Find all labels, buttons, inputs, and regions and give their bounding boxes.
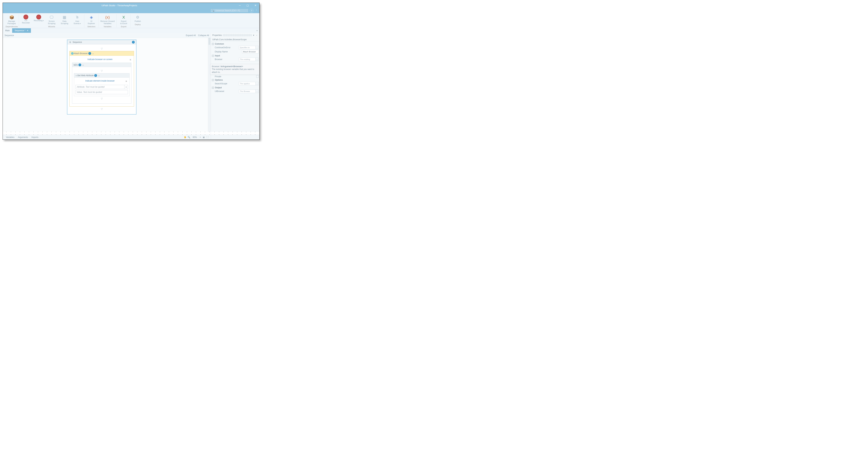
fit-to-screen-button[interactable]: ▣ xyxy=(202,136,206,138)
property-tooltip: Browser: InArgument<Browser> The existin… xyxy=(210,64,259,75)
vertical-scrollbar[interactable] xyxy=(208,38,211,132)
attach-browser-activity[interactable]: 🌐 Attach Browser ! ︽ Indicate browser on… xyxy=(69,51,134,106)
panel-grip[interactable] xyxy=(223,34,252,36)
screen-scraping-button[interactable]: 🖵 Screen Scraping xyxy=(45,14,58,25)
do-activity[interactable]: ⧉ Do ! ︽ ▽ ▭ xyxy=(72,63,131,103)
prop-private: Private xyxy=(212,75,259,78)
publish-button[interactable]: ⚙ Publish xyxy=(132,14,144,23)
remove-unused-variables-button[interactable]: (x) Remove Unused Variables xyxy=(99,14,116,25)
do-title: Do xyxy=(75,64,78,66)
zoom-level[interactable]: 80% xyxy=(191,136,198,138)
sequence-title: Sequence xyxy=(72,41,131,43)
pin-button[interactable]: ▾ xyxy=(252,34,255,36)
scrollbar-thumb[interactable] xyxy=(209,38,210,45)
expression-editor-button[interactable]: … xyxy=(255,82,259,85)
pan-mode-button[interactable]: ✋ xyxy=(183,136,187,138)
window-minimize-button[interactable]: ─ xyxy=(236,3,244,8)
manage-packages-button[interactable]: 📦 Manage Packages xyxy=(6,14,18,25)
prop-continue-on-error-input[interactable]: Specifies to xyxy=(239,46,255,49)
arguments-tab[interactable]: Arguments xyxy=(16,136,30,138)
set-web-attribute-activity[interactable]: ▭ Set Web Attribute ! ︽ Indicat xyxy=(74,73,129,96)
sequence-activity[interactable]: ⧉ Sequence ! ▽ 🌐 Attach Browser ! ︽ xyxy=(67,39,136,115)
variables-tab[interactable]: Variables xyxy=(4,136,16,138)
variable-x-icon: (x) xyxy=(105,14,110,20)
warning-icon[interactable]: ! xyxy=(94,74,97,77)
collapse-box-icon: − xyxy=(212,79,214,81)
indicate-browser-link[interactable]: Indicate browser on screen xyxy=(71,57,129,62)
warning-icon[interactable]: ! xyxy=(79,64,81,66)
expression-editor-button[interactable]: … xyxy=(255,58,259,61)
recording-button[interactable]: Recording ▾ xyxy=(33,14,44,25)
zoom-dropdown-button[interactable]: ▾ xyxy=(198,136,202,138)
ribbon-group-export: Export xyxy=(121,26,126,28)
overview-button[interactable]: ⛶ xyxy=(206,136,209,138)
app-window: UiPath Studio - ThrowAwayProjects ─ ▢ ✕ … xyxy=(3,3,259,140)
ui-explorer-button[interactable]: ◈ UI Explorer xyxy=(85,14,97,25)
record-icon xyxy=(36,14,41,20)
prop-browser: Browser The existing … xyxy=(212,57,259,61)
attribute-dropdown-button[interactable]: ▾ xyxy=(124,85,128,89)
window-close-button[interactable]: ✕ xyxy=(252,3,259,8)
collapse-box-icon: − xyxy=(212,87,214,89)
options-menu-button[interactable]: ≡ xyxy=(129,58,132,61)
table-icon: ▦ xyxy=(62,14,67,20)
data-scraping-button[interactable]: ▦ Data Scraping xyxy=(59,14,70,25)
reset-zoom-button[interactable]: 🔍 xyxy=(187,136,191,138)
tab-sequence[interactable]: Sequence * ✕ xyxy=(12,28,31,33)
imports-tab[interactable]: Imports xyxy=(30,136,40,138)
drop-indicator-icon: ▽ xyxy=(69,106,134,112)
properties-panel-title: Properties xyxy=(212,34,222,36)
ribbon-group-wizards: Wizards xyxy=(48,26,55,28)
attribute-input[interactable]: Attribute. Text must be quoted xyxy=(75,85,124,89)
expression-editor-button[interactable]: … xyxy=(255,90,259,93)
window-title: UiPath Studio - ThrowAwayProjects xyxy=(3,4,236,7)
warning-icon[interactable]: ! xyxy=(88,52,91,55)
universal-search-input[interactable]: 🔍 Universal Search (Ctrl + F) xyxy=(210,9,249,12)
prop-search-scope-input[interactable]: The applica xyxy=(239,82,255,85)
designer-header: Sequence Expand All Collapse All xyxy=(3,33,211,38)
help-button[interactable]: ? xyxy=(250,9,253,12)
splitter-handle[interactable] xyxy=(3,132,211,135)
export-to-excel-button[interactable]: X Export to Excel xyxy=(118,14,129,25)
splitter-handle[interactable] xyxy=(211,132,259,135)
collapse-icon[interactable]: ︽ xyxy=(82,64,84,66)
search-icon: 🔍 xyxy=(212,9,214,12)
propgroup-input[interactable]: − Input xyxy=(212,54,259,57)
ribbon-group-variables: Variables xyxy=(104,26,112,28)
record-icon xyxy=(24,14,28,20)
designer-area: Sequence Expand All Collapse All ⧉ Seque… xyxy=(3,33,211,139)
indicate-element-link[interactable]: Indicate element inside browser xyxy=(75,78,124,84)
user-events-button[interactable]: 🖱 User Events ▾ xyxy=(71,14,83,25)
breadcrumb[interactable]: Sequence xyxy=(4,34,14,37)
propgroup-options[interactable]: − Options xyxy=(212,78,259,82)
propgroup-output[interactable]: − Output xyxy=(212,86,259,89)
prop-private-checkbox[interactable] xyxy=(256,75,259,78)
expand-all-button[interactable]: Expand All xyxy=(186,34,196,37)
activity-type-label: UiPath.Core.Activities.BrowserScope xyxy=(211,37,259,42)
designer-canvas[interactable]: ⧉ Sequence ! ▽ 🌐 Attach Browser ! ︽ xyxy=(3,38,211,132)
excel-icon: X xyxy=(121,14,126,20)
mouse-icon: 🖱 xyxy=(74,14,80,20)
cv-recorder-button[interactable]: CV Recorder xyxy=(20,14,32,25)
value-input[interactable]: Value. Text must be quoted xyxy=(75,90,128,94)
prop-display-name-input[interactable]: Attach Browser xyxy=(242,50,259,54)
collapse-all-button[interactable]: Collapse All xyxy=(198,34,209,37)
drop-indicator-icon: ▽ xyxy=(74,68,129,73)
propgroup-common[interactable]: − Common xyxy=(212,42,259,45)
tab-main[interactable]: Main xyxy=(3,28,12,33)
panel-close-button[interactable]: ▫ xyxy=(255,34,258,36)
ribbon: 📦 Manage Packages Dependencies CV Record… xyxy=(3,13,259,28)
prop-ui-browser-input[interactable]: The Browse xyxy=(239,90,255,93)
tab-close-button[interactable]: ✕ xyxy=(27,29,28,32)
ribbon-collapse-button[interactable]: ˄ xyxy=(254,9,258,12)
window-maximize-button[interactable]: ▢ xyxy=(244,3,252,8)
collapse-icon[interactable]: ︽ xyxy=(98,74,100,77)
prop-browser-input[interactable]: The existing xyxy=(239,58,255,61)
prop-search-scope: SearchScope The applica … xyxy=(212,82,259,86)
collapse-icon[interactable]: ︽ xyxy=(92,52,94,55)
options-menu-button[interactable]: ≡ xyxy=(124,80,128,83)
warning-icon[interactable]: ! xyxy=(132,41,135,43)
tabs-dropdown-button[interactable]: ▾ xyxy=(256,30,259,32)
expression-editor-button[interactable]: … xyxy=(255,46,259,49)
ribbon-group-dependencies: Dependencies xyxy=(5,26,18,28)
